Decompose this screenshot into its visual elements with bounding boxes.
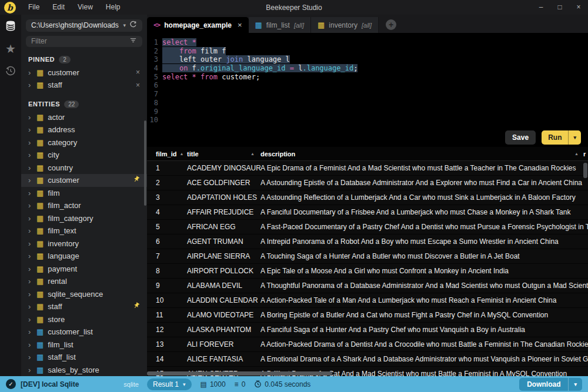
chevron-right-icon[interactable]: › <box>28 265 32 273</box>
close-window-button[interactable]: × <box>569 0 588 15</box>
entity-item-film_category[interactable]: ›▦film_category <box>21 212 147 225</box>
chevron-right-icon[interactable]: › <box>28 189 32 197</box>
column-header-title[interactable]: title ▲ <box>187 150 260 158</box>
table-row[interactable]: 1ACADEMY DINOSAURA Epic Drama of a Femin… <box>147 161 588 176</box>
menu-view[interactable]: View <box>71 0 99 15</box>
entity-item-category[interactable]: ›▦category <box>21 136 147 149</box>
chevron-right-icon[interactable]: › <box>28 176 32 184</box>
download-label[interactable]: Download <box>519 378 568 391</box>
column-header-clipped[interactable]: r <box>583 150 588 158</box>
column-header-description[interactable]: description ▲ <box>260 150 583 158</box>
column-header-film-id[interactable]: film_id ▲ <box>147 150 187 158</box>
chevron-right-icon[interactable]: › <box>28 353 32 361</box>
results-horizontal-scrollbar[interactable] <box>147 371 332 376</box>
download-button[interactable]: Download ▾ <box>519 378 582 391</box>
history-icon[interactable] <box>5 66 16 76</box>
entity-item-film_actor[interactable]: ›▦film_actor <box>21 199 147 212</box>
chevron-right-icon[interactable]: › <box>28 113 32 121</box>
entity-item-country[interactable]: ›▦country <box>21 162 147 175</box>
chevron-right-icon[interactable]: › <box>28 366 32 374</box>
database-sidebar-icon[interactable] <box>5 20 16 32</box>
save-button[interactable]: Save <box>505 130 536 145</box>
chevron-right-icon[interactable]: › <box>28 290 32 298</box>
entity-item-customer[interactable]: ›▦customer <box>21 174 147 187</box>
entity-item-sales_by_store[interactable]: ›▦sales_by_store <box>21 364 147 377</box>
chevron-right-icon[interactable]: › <box>28 328 32 336</box>
pin-icon[interactable] <box>133 176 140 185</box>
table-row[interactable]: 10ALADDIN CALENDARA Action-Packed Tale o… <box>147 293 588 308</box>
entity-item-city[interactable]: ›▦city <box>21 149 147 162</box>
entity-item-inventory[interactable]: ›▦inventory <box>21 237 147 250</box>
pinned-item-customer[interactable]: ›▦customer× <box>21 66 147 79</box>
run-button[interactable]: Run ▾ <box>542 130 581 145</box>
table-row[interactable]: 4AFFAIR PREJUDICEA Fanciful Documentary … <box>147 205 588 220</box>
entity-item-language[interactable]: ›▦language <box>21 250 147 263</box>
pin-icon[interactable] <box>133 302 140 311</box>
chevron-right-icon[interactable]: › <box>28 139 32 146</box>
result-selector[interactable]: Result 1 ▾ <box>147 378 192 390</box>
tab-film-list[interactable]: ▦ film_list [all] <box>249 17 311 33</box>
run-label[interactable]: Run <box>542 130 568 145</box>
chevron-right-icon[interactable]: › <box>28 81 32 89</box>
chevron-right-icon[interactable]: › <box>28 240 32 247</box>
table-row[interactable]: 14ALICE FANTASIAA Emotional Drama of a A… <box>147 352 588 367</box>
entity-item-film[interactable]: ›▦film <box>21 187 147 200</box>
filter-input[interactable] <box>31 37 129 45</box>
entity-item-customer_list[interactable]: ›▦customer_list <box>21 326 147 339</box>
table-row[interactable]: 9ALABAMA DEVILA Thoughtful Panorama of a… <box>147 279 588 293</box>
chevron-right-icon[interactable]: › <box>28 69 32 76</box>
chevron-right-icon[interactable]: › <box>28 316 32 323</box>
run-options-caret-icon[interactable]: ▾ <box>568 130 581 145</box>
chevron-right-icon[interactable]: › <box>28 252 32 260</box>
entity-item-film_text[interactable]: ›▦film_text <box>21 225 147 237</box>
table-row[interactable]: 11ALAMO VIDEOTAPEA Boring Epistle of a B… <box>147 308 588 323</box>
entity-item-staff_list[interactable]: ›▦staff_list <box>21 351 147 364</box>
chevron-right-icon[interactable]: › <box>28 202 32 209</box>
table-row[interactable]: 3ADAPTATION HOLESA Astounding Reflection… <box>147 190 588 205</box>
menu-edit[interactable]: Edit <box>46 0 71 15</box>
table-row[interactable]: 7AIRPLANE SIERRAA Touching Saga of a Hun… <box>147 249 588 264</box>
new-tab-button[interactable]: + <box>386 19 396 30</box>
entity-item-sqlite_sequence[interactable]: ›▦sqlite_sequence <box>21 288 147 301</box>
chevron-right-icon[interactable]: › <box>28 341 32 349</box>
table-row[interactable]: 13ALI FOREVERA Action-Packed Drama of a … <box>147 337 588 352</box>
chevron-right-icon[interactable]: › <box>28 164 32 172</box>
download-options-caret-icon[interactable]: ▾ <box>568 378 582 391</box>
unpin-close-icon[interactable]: × <box>136 68 140 76</box>
entity-item-actor[interactable]: ›▦actor <box>21 111 147 124</box>
entity-item-rental[interactable]: ›▦rental <box>21 275 147 288</box>
results-vertical-scrollbar[interactable] <box>583 163 587 178</box>
unpin-close-icon[interactable]: × <box>136 81 140 89</box>
connection-path-dropdown[interactable]: C:\Users\ghstng\Downloads ▾ <box>26 19 142 32</box>
menu-file[interactable]: File <box>22 0 46 15</box>
close-tab-icon[interactable]: × <box>238 21 242 29</box>
entity-item-staff[interactable]: ›▦staff <box>21 300 147 313</box>
entity-item-payment[interactable]: ›▦payment <box>21 263 147 276</box>
table-row[interactable]: 6AGENT TRUMANA Intrepid Panorama of a Ro… <box>147 234 588 249</box>
entity-item-address[interactable]: ›▦address <box>21 123 147 136</box>
chevron-right-icon[interactable]: › <box>28 126 32 133</box>
chevron-right-icon[interactable]: › <box>28 227 32 234</box>
chevron-right-icon[interactable]: › <box>28 277 32 285</box>
minimize-button[interactable]: – <box>532 0 550 15</box>
chevron-right-icon[interactable]: › <box>28 151 32 159</box>
table-row[interactable]: 2ACE GOLDFINGERA Astounding Epistle of a… <box>147 176 588 190</box>
favorites-star-icon[interactable]: ★ <box>5 43 16 55</box>
table-row[interactable]: 12ALASKA PHANTOMA Fanciful Saga of a Hun… <box>147 323 588 337</box>
refresh-icon[interactable] <box>129 21 137 30</box>
sidebar-scrollbar[interactable] <box>144 120 146 206</box>
column-label: description <box>260 150 295 158</box>
chevron-right-icon[interactable]: › <box>28 303 32 310</box>
pinned-item-staff[interactable]: ›▦staff× <box>21 79 147 92</box>
tab-homepage-example[interactable]: <> homepage_example × <box>147 17 249 33</box>
chevron-right-icon[interactable]: › <box>28 215 32 222</box>
sql-editor[interactable]: 12345678910 select * from film f left ou… <box>147 33 588 128</box>
maximize-button[interactable]: □ <box>550 0 569 15</box>
table-row[interactable]: 5AFRICAN EGGA Fast-Paced Documentary of … <box>147 220 588 234</box>
tab-inventory[interactable]: ▦ inventory [all] <box>311 17 379 33</box>
entity-item-store[interactable]: ›▦store <box>21 313 147 326</box>
filter-icon[interactable] <box>129 36 137 46</box>
table-row[interactable]: 8AIRPORT POLLOCKA Epic Tale of a Moose A… <box>147 264 588 279</box>
menu-help[interactable]: Help <box>99 0 127 15</box>
entity-item-film_list[interactable]: ›▦film_list <box>21 339 147 351</box>
